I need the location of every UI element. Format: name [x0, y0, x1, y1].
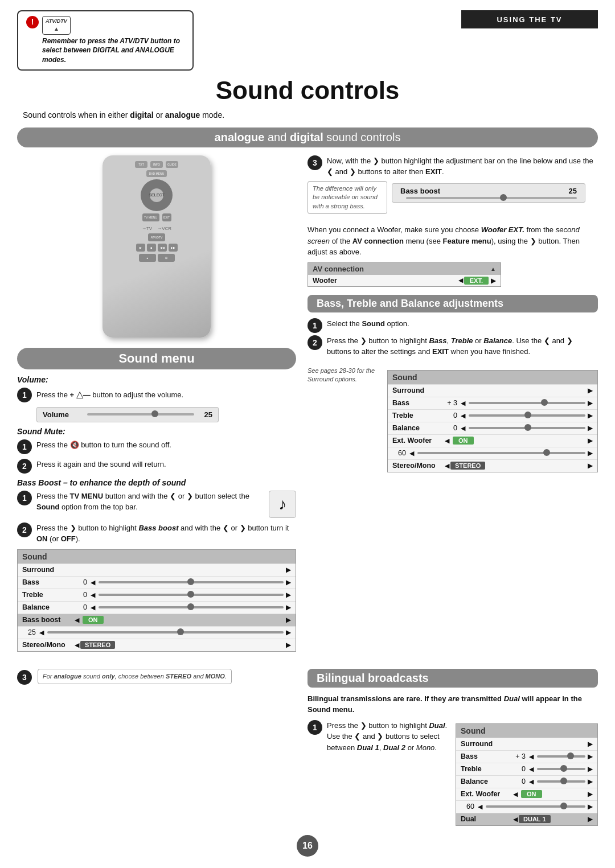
- balance-val-2: 0: [444, 424, 457, 432]
- arrow-25-l: ▶: [286, 628, 291, 636]
- av-arrow-r: ▶: [491, 277, 496, 285]
- bilingual-bar: Bilingual broadcasts: [308, 669, 598, 688]
- reminder-box: ! ATV/DTV ▲ Remember to press the ATV/DT…: [17, 10, 194, 71]
- balance-dot-3: [560, 778, 567, 784]
- using-the-tv-label: USING THE TV: [497, 15, 562, 24]
- dot-25-l: [177, 628, 184, 635]
- av-header-label: AV connection: [313, 265, 364, 273]
- remote-btn-tv-menu: TV MENU: [142, 213, 159, 221]
- triangle-icon: ▲: [54, 25, 59, 33]
- balance-chevron-l: ◀: [91, 604, 95, 611]
- bilingual-step1: 1 Press the ❯ button to highlight Dual. …: [308, 720, 450, 754]
- mute-heading: Sound Mute:: [17, 427, 296, 436]
- sound-table2-wrap: Sound Surround ▶ Bass + 3 ◀ ▶: [387, 367, 598, 478]
- remote-btn-txt: TXT: [135, 161, 147, 168]
- surround-arrow-2: ▶: [588, 386, 593, 394]
- stereo-row-2: Stereo/Mono ◀ STEREO ▶: [388, 459, 597, 472]
- intro-or: or: [154, 110, 165, 120]
- intro-analogue: analogue: [165, 110, 200, 120]
- remote-select-ring: SELECT: [141, 179, 173, 211]
- av-connection-table: AV connection ▲ Woofer ◀ EXT. ▶: [308, 262, 501, 287]
- val-60-3: 60: [461, 803, 474, 811]
- volume-slider-table: Volume 25: [36, 407, 219, 422]
- intro-digital: digital: [130, 110, 153, 120]
- bass-boost-step2-text: Press the ❯ button to highlight Bass boo…: [36, 523, 296, 545]
- page-title: Sound controls: [17, 76, 598, 105]
- bass-boost-box: Bass boost 25: [392, 183, 585, 203]
- treble-dot-3: [560, 765, 567, 772]
- treble-dot-l: [187, 591, 194, 598]
- treble-arrow-r-l: ▶: [286, 591, 291, 599]
- bass-row-3: Bass + 3 ◀ ▶: [456, 750, 597, 763]
- slider-60-3: [486, 805, 585, 808]
- bassboost-chevron-l: ◀: [75, 616, 79, 624]
- remote-btn-atv: ATV/DTV: [148, 233, 165, 241]
- surround-arrow-3: ▶: [588, 740, 593, 748]
- mute-step1: 1 Press the 🔇 button to turn the sound o…: [17, 439, 296, 454]
- sound-row-bass-l: Bass 0 ◀ ▶: [18, 576, 296, 589]
- music-icon-box: ♪: [269, 491, 296, 518]
- bass-dot-2: [541, 399, 548, 406]
- av-woofer-row: Woofer ◀ EXT. ▶: [308, 275, 501, 286]
- right-circle-3: 3: [308, 155, 322, 170]
- bass-dot-l: [187, 578, 194, 585]
- woofer-on-2: ON: [453, 437, 474, 445]
- stereo-btn-l: STEREO: [80, 641, 115, 649]
- bass-boost-circle-2: 2: [17, 523, 32, 537]
- woofer-label-3: Ext. Woofer: [461, 790, 512, 798]
- bt-step2-area: 2 Press the ❯ button to highlight Bass, …: [308, 335, 598, 362]
- sound-table2-header: Sound: [388, 371, 597, 384]
- bilingual-step-area: 1 Press the ❯ button to highlight Dual. …: [308, 720, 598, 832]
- bass-slider-2: [469, 402, 585, 404]
- bass-boost-head-text: Bass Boost – to enhance the depth of sou…: [17, 478, 186, 487]
- bass-boost-circle-1: 1: [17, 491, 32, 505]
- volume-slider-track: [87, 413, 194, 416]
- rest-label: sound controls: [323, 131, 401, 143]
- bilingual-step-left: 1 Press the ❯ button to highlight Dual. …: [308, 720, 450, 758]
- left-col: TXT INFO GUIDE DVD MENU SELECT TV MENU: [17, 155, 296, 657]
- surround-note-text: See pages 28-30 for the Surround options…: [308, 367, 382, 384]
- bb-val: 25: [569, 187, 577, 195]
- analogue-digital-bar: analogue and digital sound controls: [17, 127, 598, 147]
- bt-circle-1: 1: [308, 318, 322, 333]
- analogue-step-circle: 3: [17, 670, 32, 685]
- volume-step1: 1 Press the + △— button to adjust the vo…: [17, 388, 296, 402]
- analogue-note-box: For analogue sound only, choose between …: [38, 669, 232, 689]
- reminder-text: Remember to press the ATV/DTV button to …: [42, 36, 184, 65]
- bass-boost-step1-text: Press the TV MENU button and with the ❮ …: [36, 491, 264, 513]
- balance-slider-3: [537, 780, 585, 783]
- treble-slider-3: [537, 768, 585, 770]
- lower-left: 3 For analogue sound only, choose betwee…: [17, 667, 296, 689]
- remote-small-btns: TV MENU EXIT: [142, 213, 171, 221]
- sound-row-treble-l: Treble 0 ◀ ▶: [18, 589, 296, 601]
- remote-btn-dvdmenu: DVD MENU: [146, 170, 167, 177]
- surround-area: See pages 28-30 for the Surround options…: [308, 367, 598, 478]
- remote-tv-label: →TV: [142, 226, 152, 231]
- balance-label-2: Balance: [392, 424, 444, 432]
- treble-val-2: 0: [444, 412, 457, 419]
- balance-arrow-r-l: ▶: [286, 603, 291, 611]
- right-col: 3 Now, with the ❯ button highlight the a…: [308, 155, 598, 478]
- sound-table3-header: Sound: [456, 724, 597, 738]
- surround-label-3: Surround: [461, 740, 512, 748]
- bass-slider-3: [537, 755, 585, 758]
- bt-step2: 2 Press the ❯ button to highlight Bass, …: [308, 335, 598, 357]
- bb-dot: [500, 194, 507, 201]
- sound-table3-wrap: Sound Surround ▶ Bass + 3 ◀ ▶: [456, 720, 598, 832]
- bt-step1-text: Select the Sound option.: [327, 318, 598, 330]
- intro-prefix: Sound controls when in either: [23, 110, 130, 120]
- balance-label-l: Balance: [22, 603, 73, 611]
- step-circle-1: 1: [17, 388, 32, 402]
- chevron-25-l: ◀: [39, 629, 44, 636]
- bass-boost-step1: 1 Press the TV MENU button and with the …: [17, 491, 296, 518]
- bt-step2-text: Press the ❯ button to highlight Bass, Tr…: [327, 335, 598, 357]
- sound-row-bassboost-l: Bass boost ◀ ON ▶: [18, 614, 296, 626]
- bass-label-3: Bass: [461, 752, 512, 760]
- av-chevron-l: ◀: [458, 277, 463, 284]
- mute-circle-2: 2: [17, 459, 32, 474]
- right-step3: 3 Now, with the ❯ button highlight the a…: [308, 155, 598, 178]
- bass-label-l: Bass: [22, 578, 73, 586]
- bass-label-2: Bass: [392, 399, 444, 407]
- treble-row-3: Treble 0 ◀ ▶: [456, 763, 597, 775]
- bb-label: Bass boost: [400, 187, 564, 195]
